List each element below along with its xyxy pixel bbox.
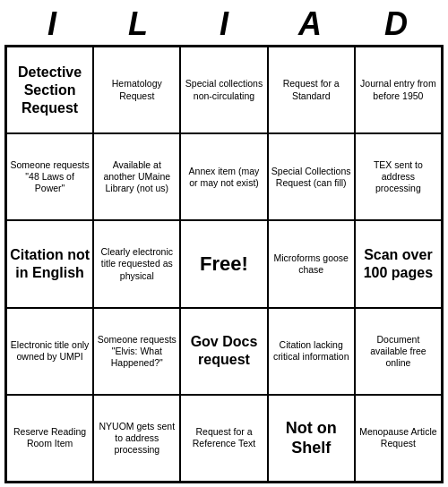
title-letter-i: I [16, 5, 88, 43]
bingo-cell-15[interactable]: Electronic title only owned by UMPI [6, 308, 93, 395]
bingo-cell-24[interactable]: Menopause Article Request [355, 395, 442, 482]
title-letter-d: D [360, 5, 432, 43]
bingo-cell-10[interactable]: Citation not in English [6, 220, 93, 307]
bingo-cell-5[interactable]: Someone requests "48 Laws of Power" [6, 133, 93, 220]
bingo-cell-21[interactable]: NYUOM gets sent to address processing [93, 395, 180, 482]
bingo-cell-11[interactable]: Clearly electronic title requested as ph… [93, 220, 180, 307]
bingo-cell-17[interactable]: Gov Docs request [180, 308, 267, 395]
bingo-cell-4[interactable]: Journal entry from before 1950 [355, 47, 442, 133]
bingo-cell-9[interactable]: TEX sent to address processing [355, 133, 442, 220]
bingo-cell-3[interactable]: Request for a Standard [268, 47, 355, 133]
bingo-cell-20[interactable]: Reserve Reading Room Item [6, 395, 93, 482]
bingo-cell-6[interactable]: Available at another UMaine Library (not… [93, 133, 180, 220]
bingo-cell-18[interactable]: Citation lacking critical information [268, 308, 355, 395]
bingo-grid: Detective Section RequestHematology Requ… [4, 45, 444, 483]
title-letter-l: L [102, 5, 174, 43]
title-letter-a: A [274, 5, 346, 43]
bingo-cell-19[interactable]: Document available free online [355, 308, 442, 395]
bingo-cell-8[interactable]: Special Collections Request (can fill) [268, 133, 355, 220]
title-row: I L I A D [0, 0, 448, 45]
bingo-cell-23[interactable]: Not on Shelf [268, 395, 355, 482]
bingo-cell-12[interactable]: Free! [180, 220, 267, 307]
bingo-cell-13[interactable]: Microforms goose chase [268, 220, 355, 307]
bingo-cell-7[interactable]: Annex item (may or may not exist) [180, 133, 267, 220]
bingo-cell-0[interactable]: Detective Section Request [6, 47, 93, 133]
bingo-cell-2[interactable]: Special collections non-circulating [180, 47, 267, 133]
title-letter-i2: I [188, 5, 260, 43]
bingo-cell-14[interactable]: Scan over 100 pages [355, 220, 442, 307]
bingo-cell-16[interactable]: Someone requests "Elvis: What Happened?" [93, 308, 180, 395]
bingo-cell-22[interactable]: Request for a Reference Text [180, 395, 267, 482]
bingo-cell-1[interactable]: Hematology Request [93, 47, 180, 133]
